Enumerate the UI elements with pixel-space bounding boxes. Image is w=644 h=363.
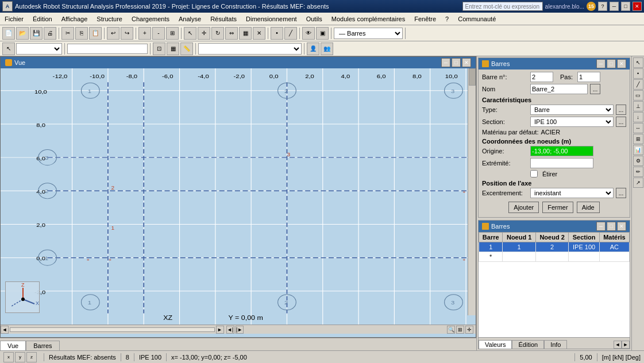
excentrement-dots-btn[interactable]: ...: [616, 188, 626, 198]
type-select[interactable]: Barre: [530, 105, 614, 115]
menu-communaute[interactable]: Communauté: [453, 14, 500, 24]
menu-fichier[interactable]: Fichier: [0, 14, 28, 24]
menu-dimensionnement[interactable]: Dimensionnement: [241, 14, 302, 24]
tool-section[interactable]: ⊞: [633, 134, 643, 144]
tb-open[interactable]: 📂: [16, 27, 29, 40]
tb-redo[interactable]: ↪: [121, 27, 133, 40]
origine-input[interactable]: [530, 146, 593, 156]
menu-chargements[interactable]: Chargements: [127, 14, 174, 24]
tb-select[interactable]: ↖: [184, 27, 196, 40]
tool-export[interactable]: ↗: [633, 177, 643, 188]
nav-btn1[interactable]: ◄|: [226, 326, 234, 334]
tb2-icon2[interactable]: ▦: [167, 43, 179, 55]
tool-result[interactable]: 📊: [633, 145, 643, 155]
nom-input[interactable]: [530, 84, 588, 94]
etirer-checkbox[interactable]: [530, 170, 538, 177]
vscroll[interactable]: [468, 68, 476, 315]
help-btn[interactable]: ?: [598, 2, 607, 11]
table-row-new[interactable]: *: [479, 252, 630, 262]
tb-paste[interactable]: 📋: [89, 27, 102, 40]
tb-bar[interactable]: ╱: [284, 27, 297, 40]
pan-btn[interactable]: ✛: [465, 326, 473, 334]
tb-move[interactable]: ✛: [198, 27, 210, 40]
minimize-btn[interactable]: ─: [610, 2, 619, 11]
tb-copy[interactable]: ⎘: [75, 27, 88, 40]
search-input[interactable]: [462, 2, 543, 11]
barres-form-maximize[interactable]: □: [607, 59, 616, 68]
fermer-btn[interactable]: Fermer: [542, 202, 573, 213]
maximize-btn[interactable]: □: [621, 2, 630, 11]
scroll-left[interactable]: ◄: [1, 326, 9, 334]
tb-render[interactable]: ▣: [316, 27, 329, 40]
menu-affichage[interactable]: Affichage: [57, 14, 92, 24]
tab-vue[interactable]: Vue: [0, 341, 26, 350]
tab-info[interactable]: Info: [544, 340, 567, 349]
vscroll-thumb[interactable]: [469, 68, 476, 86]
menu-analyse[interactable]: Analyse: [174, 14, 206, 24]
menu-resultats[interactable]: Résultats: [206, 14, 241, 24]
menu-modules[interactable]: Modules complémentaires: [327, 14, 410, 24]
tb-array[interactable]: ▦: [239, 27, 252, 40]
menu-fenetre[interactable]: Fenêtre: [410, 14, 441, 24]
menu-help[interactable]: ?: [441, 14, 453, 24]
barres-form-minimize[interactable]: ─: [596, 59, 606, 68]
section-select[interactable]: IPE 100: [530, 117, 614, 127]
vp-maximize[interactable]: □: [452, 58, 461, 67]
tb-view[interactable]: 👁: [302, 27, 315, 40]
extremite-input[interactable]: [530, 158, 593, 168]
bar-select[interactable]: — Barres: [334, 28, 403, 39]
tb-delete[interactable]: ✕: [253, 27, 265, 40]
table-row[interactable]: 1 1 2 IPE 100 AC: [479, 242, 630, 252]
zoom-btn[interactable]: 🔍: [447, 326, 455, 334]
aide-btn[interactable]: Aide: [577, 202, 600, 213]
tb2-select2[interactable]: [198, 43, 302, 55]
tool-plate[interactable]: ▭: [633, 90, 643, 101]
close-btn[interactable]: ✕: [633, 2, 642, 11]
tb-zoom-out[interactable]: -: [152, 27, 165, 40]
status-icon1[interactable]: x: [3, 352, 14, 362]
tab-valeurs[interactable]: Valeurs: [479, 340, 512, 349]
tb2-icon1[interactable]: ⊡: [153, 43, 165, 55]
tool-dim[interactable]: ↔: [633, 123, 643, 133]
tb2-input1[interactable]: [67, 44, 148, 54]
tb-cut[interactable]: ✂: [61, 27, 74, 40]
tb-fit[interactable]: ⊞: [166, 27, 179, 40]
tool-design[interactable]: ✏: [633, 167, 643, 177]
menu-edition[interactable]: Édition: [28, 14, 57, 24]
nom-dots-btn[interactable]: ...: [590, 84, 600, 94]
excentrement-select[interactable]: inexistant: [530, 188, 614, 198]
tb-mirror[interactable]: ⇔: [225, 27, 238, 40]
tool-load[interactable]: ↓: [633, 112, 643, 122]
menu-structure[interactable]: Structure: [92, 14, 127, 24]
tool-calc[interactable]: ⚙: [633, 156, 643, 166]
tool-support[interactable]: ⊥: [633, 101, 643, 111]
barres-table-close[interactable]: ✕: [617, 222, 626, 231]
vp-minimize[interactable]: ─: [441, 58, 450, 67]
nav-btn2[interactable]: |►: [236, 326, 244, 334]
barres-table-minimize[interactable]: ─: [596, 222, 606, 231]
pas-input[interactable]: [577, 72, 600, 82]
tb-zoom-in[interactable]: +: [138, 27, 151, 40]
tool-bar[interactable]: ╱: [633, 79, 643, 90]
tb2-cursor[interactable]: ↖: [2, 43, 15, 55]
scroll-right[interactable]: ►: [216, 326, 224, 334]
tool-node[interactable]: •: [633, 68, 643, 79]
status-icon3[interactable]: z: [26, 352, 37, 362]
tabs-right-nav[interactable]: ►: [622, 341, 630, 349]
type-dots-btn[interactable]: ...: [616, 105, 626, 115]
ajouter-btn[interactable]: Ajouter: [508, 202, 539, 213]
tb-node[interactable]: •: [271, 27, 283, 40]
tb-rotate[interactable]: ↻: [211, 27, 224, 40]
scroll-track-h[interactable]: [10, 327, 215, 332]
vp-close[interactable]: ✕: [462, 58, 471, 67]
barres-form-close[interactable]: ✕: [617, 59, 626, 68]
tab-edition[interactable]: Édition: [512, 340, 544, 349]
tb2-icon5[interactable]: 👥: [321, 43, 333, 55]
tool-select[interactable]: ↖: [633, 57, 643, 68]
tb-print[interactable]: 🖨: [44, 27, 56, 40]
menu-outils[interactable]: Outils: [302, 14, 327, 24]
tab-barres[interactable]: Barres: [26, 341, 59, 350]
tabs-left-nav[interactable]: ◄: [614, 341, 622, 349]
barres-table-maximize[interactable]: □: [607, 222, 616, 231]
tb-undo[interactable]: ↩: [107, 27, 119, 40]
